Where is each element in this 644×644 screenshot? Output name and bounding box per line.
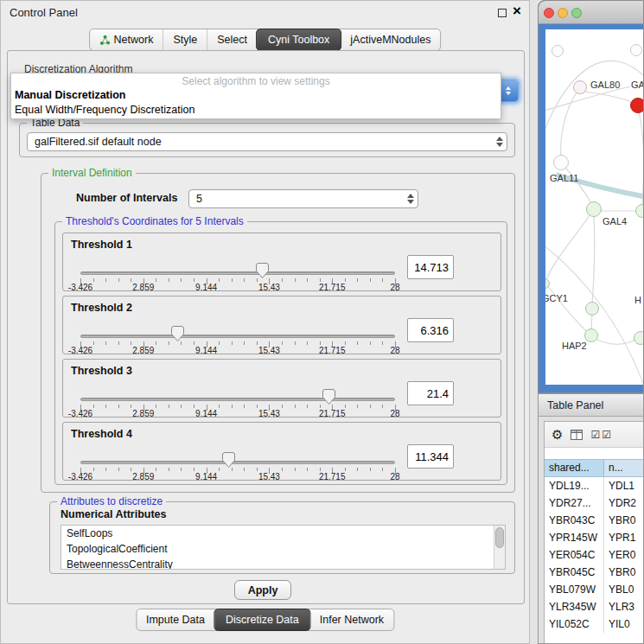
cell[interactable]: YDR2 [604,494,644,512]
list-item[interactable]: BetweennessCentrality [61,557,505,570]
dropdown-placeholder: Select algorithm to view settings [11,74,501,88]
threshold-label: Threshold 4 [71,428,132,440]
network-node[interactable] [634,331,644,345]
threshold-value-input[interactable] [407,444,454,469]
dropdown-option-equal-width[interactable]: Equal Width/Frequency Discretization [11,103,501,118]
tab-network[interactable]: Network [90,29,163,50]
threshold-value-input[interactable] [407,318,454,342]
tab-label: Cyni Toolbox [268,34,329,46]
slider-track[interactable] [80,398,395,401]
cell[interactable]: YER054C [545,546,604,564]
tab-cyni-toolbox[interactable]: Cyni Toolbox [256,29,341,51]
cell[interactable]: YBL0 [604,581,644,598]
network-node[interactable] [635,204,644,218]
table-row[interactable]: YIL052CYIL0 [545,615,644,633]
cell[interactable]: YIL0 [604,615,644,633]
tab-style[interactable]: Style [163,29,207,50]
gear-icon[interactable]: ⚙ [552,427,563,443]
table-row[interactable]: YBR045CYBR0 [545,564,644,581]
threshold-value-input[interactable] [407,255,454,279]
slider-ticks [80,341,395,348]
cell[interactable]: YPR1 [604,529,644,546]
scale-label: -3.426 [68,472,92,481]
bottom-tab-bar: Impute Data Discretize Data Infer Networ… [136,609,394,631]
network-window-titlebar[interactable] [539,1,643,24]
cell[interactable]: YBR0 [604,564,644,581]
table-row[interactable]: YDL19...YDL1 [545,477,644,494]
zoom-traffic-light-icon[interactable] [571,8,582,18]
minimize-traffic-light-icon[interactable] [558,8,568,18]
table-row[interactable]: YER054CYER0 [545,546,644,564]
network-node[interactable] [553,155,569,170]
list-scrollbar[interactable] [494,526,505,569]
scale-label: -3.426 [68,409,92,418]
top-tab-bar: Network Style Select Cyni Toolbox jActiv… [89,29,442,51]
table-data-select[interactable]: galFiltered.sif default node [27,132,507,151]
threshold-row-3: Threshold 3 -3.426 2.859 9.144 15.43 21.… [62,359,501,418]
list-item[interactable]: TopologicalCoefficient [61,541,505,557]
slider-thumb[interactable] [256,263,269,278]
list-item[interactable]: SelfLoops [61,526,505,541]
scale-label: 9.144 [195,283,217,292]
table-row[interactable]: YBL079WYBL0 [545,581,644,598]
slider-track[interactable] [80,271,395,275]
cell[interactable]: YDL1 [604,477,644,494]
scale-label: 28 [390,346,399,355]
network-canvas[interactable]: GAL80 GAL11 GAL4 GCY1 HAP2 GA H [545,29,644,385]
threshold-row-2: Threshold 2 -3.426 2.859 9.144 15.43 21.… [62,296,501,354]
select-columns-checkboxes-icon[interactable]: ☑☑ [590,429,613,441]
table-row[interactable]: YBR043CYBR0 [545,512,644,529]
slider-thumb[interactable] [222,452,235,468]
tab-label: jActiveMNodules [350,34,430,46]
slider-thumb[interactable] [322,389,335,405]
float-window-icon[interactable] [498,9,507,17]
cell[interactable]: YBL079W [545,581,604,598]
tab-impute-data[interactable]: Impute Data [137,609,214,630]
threshold-label: Threshold 2 [71,302,132,314]
threshold-value-input[interactable] [407,381,454,405]
scale-label: 28 [390,409,399,418]
slider-thumb[interactable] [171,326,184,341]
network-node[interactable] [552,45,564,57]
cell[interactable]: YPR145W [545,529,604,546]
cell[interactable]: YLR3 [604,598,644,615]
network-node[interactable] [630,44,642,56]
network-node[interactable] [573,80,587,94]
table-row[interactable]: YPR145WYPR1 [545,529,644,546]
network-node-selected[interactable] [630,98,644,113]
scrollbar-thumb[interactable] [495,527,504,548]
node-label: GAL11 [550,173,578,183]
tab-label: Network [114,34,154,46]
scale-label: 2.859 [132,472,154,481]
table-spacer [545,448,644,459]
tab-discretize-data[interactable]: Discretize Data [214,609,311,631]
network-view-window: GAL80 GAL11 GAL4 GCY1 HAP2 GA H [538,0,644,393]
cell[interactable]: YDL19... [545,477,604,494]
close-window-icon[interactable]: × [513,3,521,20]
slider-track[interactable] [80,461,395,464]
cell[interactable]: YLR345W [545,598,604,615]
dropdown-option-manual-discretization[interactable]: Manual Discretization [11,88,501,103]
cell[interactable]: YBR0 [604,512,644,529]
column-header-shared-name[interactable]: shared... [545,460,604,476]
network-node[interactable] [586,201,602,217]
number-of-intervals-select[interactable]: 5 [188,189,418,208]
table-panel-body: ⚙ ☑☑ shared... n... YDL19...YDL1 YDR27..… [544,421,644,644]
slider-track[interactable] [80,335,395,338]
number-of-intervals-value: 5 [189,193,404,205]
tab-jactivemnodules[interactable]: jActiveMNodules [341,29,440,50]
table-row[interactable]: YDR27...YDR2 [545,494,644,512]
network-node[interactable] [585,302,599,316]
cell[interactable]: YBR045C [545,564,604,581]
cell[interactable]: YBR043C [545,512,604,529]
columns-icon[interactable] [571,430,583,440]
apply-button[interactable]: Apply [234,580,291,600]
close-traffic-light-icon[interactable] [544,8,554,18]
table-row[interactable]: YLR345WYLR3 [545,598,644,615]
cell[interactable]: YDR27... [545,494,604,512]
tab-infer-network[interactable]: Infer Network [310,609,393,630]
cell[interactable]: YIL052C [545,615,604,633]
tab-select[interactable]: Select [207,29,257,50]
cell[interactable]: YER0 [604,546,644,564]
column-header-name[interactable]: n... [604,460,644,476]
